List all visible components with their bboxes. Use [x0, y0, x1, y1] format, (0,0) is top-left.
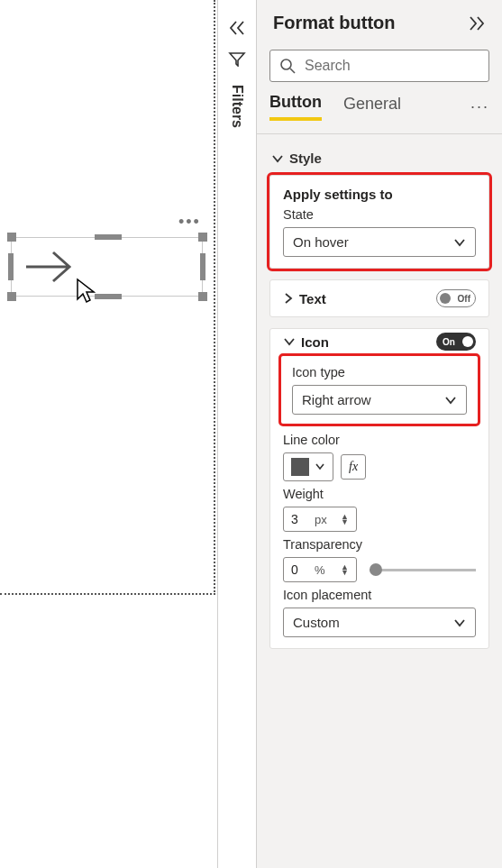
text-toggle[interactable]: Off: [436, 289, 476, 307]
search-icon: [279, 58, 296, 74]
text-section-title[interactable]: Text: [299, 291, 326, 306]
color-swatch: [291, 458, 309, 476]
apply-settings-card: Apply settings to State On hover: [269, 175, 489, 269]
svg-line-1: [290, 69, 295, 73]
chevron-down-icon: [315, 461, 325, 472]
report-canvas[interactable]: •••: [0, 0, 217, 868]
chevron-down-icon: [271, 152, 284, 165]
chevron-right-icon[interactable]: [283, 292, 294, 305]
weight-label: Weight: [283, 487, 476, 501]
filters-pane-collapsed: Filters: [217, 0, 257, 868]
icon-placement-label: Icon placement: [283, 588, 476, 602]
icon-type-value: Right arrow: [302, 392, 371, 407]
tab-general[interactable]: General: [343, 95, 401, 119]
spinner-icon[interactable]: ▲▼: [341, 514, 349, 525]
transparency-label: Transparency: [283, 537, 476, 552]
right-arrow-icon: [24, 249, 73, 285]
filters-label[interactable]: Filters: [229, 85, 245, 128]
chevron-down-icon: [453, 617, 466, 629]
icon-card: Icon On Icon type Right arrow Line color: [269, 328, 489, 649]
transparency-unit: %: [315, 563, 325, 577]
icon-section-title[interactable]: Icon: [301, 334, 329, 350]
text-card: Text Off: [269, 279, 489, 317]
resize-handle-br[interactable]: [198, 292, 207, 301]
state-dropdown[interactable]: On hover: [283, 227, 476, 257]
selected-button-visual[interactable]: [11, 237, 203, 297]
icon-toggle[interactable]: On: [436, 333, 476, 351]
line-color-picker[interactable]: [283, 452, 333, 481]
style-section-header[interactable]: Style: [269, 138, 489, 175]
chevron-down-icon: [453, 236, 466, 249]
search-input[interactable]: [303, 57, 479, 75]
line-color-label: Line color: [283, 433, 476, 447]
icon-placement-dropdown[interactable]: Custom: [283, 608, 476, 637]
filters-funnel-icon[interactable]: [228, 50, 246, 67]
transparency-input[interactable]: 0 % ▲▼: [283, 557, 357, 582]
resize-handle-l[interactable]: [8, 253, 14, 280]
chevron-down-icon: [444, 394, 457, 407]
resize-handle-tr[interactable]: [198, 233, 207, 242]
chevron-down-icon[interactable]: [283, 335, 296, 348]
icon-type-dropdown[interactable]: Right arrow: [292, 385, 467, 415]
icon-type-highlight: Icon type Right arrow: [281, 356, 478, 424]
fx-label: fx: [349, 460, 358, 473]
resize-handle-t[interactable]: [95, 234, 122, 240]
svg-point-0: [281, 59, 291, 69]
weight-unit: px: [315, 513, 327, 526]
mouse-cursor-icon: [76, 278, 96, 305]
style-section-title: Style: [289, 151, 322, 166]
tabs-divider: [257, 133, 502, 134]
resize-handle-bl[interactable]: [7, 292, 16, 301]
expand-right-icon[interactable]: [468, 15, 486, 32]
icon-type-label: Icon type: [292, 365, 467, 379]
transparency-slider[interactable]: [370, 569, 476, 571]
search-input-wrapper[interactable]: [269, 50, 489, 82]
visual-options-ellipsis[interactable]: •••: [178, 213, 201, 232]
tab-button[interactable]: Button: [269, 93, 322, 121]
state-label: State: [283, 207, 476, 222]
weight-value: 3: [291, 512, 309, 526]
apply-settings-title: Apply settings to: [283, 187, 393, 202]
resize-handle-b[interactable]: [95, 294, 122, 299]
icon-placement-value: Custom: [293, 615, 340, 630]
resize-handle-tl[interactable]: [7, 233, 16, 242]
state-value: On hover: [293, 234, 349, 250]
transparency-value: 0: [291, 562, 309, 577]
weight-input[interactable]: 3 px ▲▼: [283, 507, 357, 532]
format-pane: Format button Button General ···: [257, 0, 502, 868]
toggle-off-label: Off: [458, 294, 470, 304]
pane-title: Format button: [273, 13, 396, 33]
toggle-on-label: On: [443, 337, 455, 347]
tab-more-ellipsis[interactable]: ···: [470, 97, 489, 116]
collapse-left-icon[interactable]: [228, 20, 246, 36]
resize-handle-r[interactable]: [200, 253, 205, 280]
spinner-icon[interactable]: ▲▼: [341, 564, 349, 575]
fx-button[interactable]: fx: [341, 454, 366, 480]
